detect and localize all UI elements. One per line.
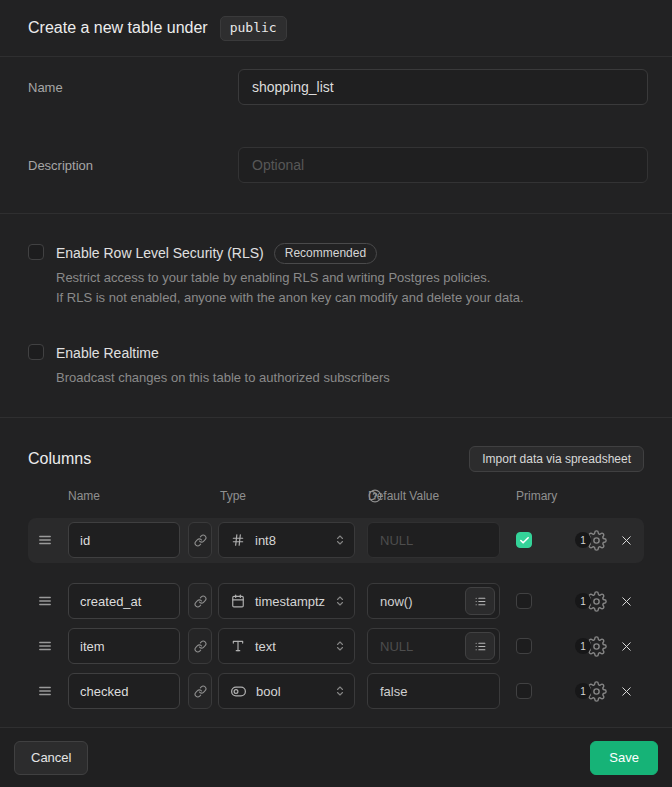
table-info-section: Name Description: [0, 57, 672, 214]
settings-count-badge: 1: [575, 683, 591, 699]
column-settings-button[interactable]: 1: [575, 636, 607, 657]
foreign-key-link-icon[interactable]: [188, 673, 212, 709]
realtime-option: Enable Realtime Broadcast changes on thi…: [28, 344, 644, 388]
primary-checkbox[interactable]: [516, 593, 532, 609]
drag-handle-icon[interactable]: [38, 533, 52, 547]
create-table-panel: Create a new table under public Name Des…: [0, 0, 672, 787]
realtime-checkbox[interactable]: [28, 344, 44, 360]
panel-header: Create a new table under public: [0, 0, 672, 57]
chevrons-up-down-icon: [334, 640, 346, 652]
remove-column-icon[interactable]: [619, 684, 634, 699]
default-suggestions-button[interactable]: [465, 632, 495, 660]
name-label: Name: [28, 80, 238, 95]
column-type-select[interactable]: timestamptz: [218, 583, 355, 619]
realtime-description: Broadcast changes on this table to autho…: [56, 368, 390, 388]
settings-count-badge: 1: [575, 532, 591, 548]
column-type-select[interactable]: int8: [218, 522, 355, 558]
column-row-item: text NULL 1: [28, 628, 644, 664]
columns-table-header: Name Type Default Value Primary: [28, 489, 644, 505]
default-suggestions-button[interactable]: [465, 587, 495, 615]
remove-column-icon[interactable]: [619, 594, 634, 609]
text-type-icon: [231, 639, 245, 653]
drag-handle-icon[interactable]: [38, 594, 52, 608]
column-row-created-at: timestamptz now() 1: [28, 583, 644, 619]
default-value-input: NULL: [367, 522, 500, 558]
column-name-input[interactable]: [68, 673, 180, 709]
foreign-key-link-icon[interactable]: [188, 583, 212, 619]
table-options-section: Enable Row Level Security (RLS) Recommen…: [0, 214, 672, 418]
default-value-input[interactable]: false: [367, 673, 500, 709]
help-circle-icon[interactable]: [368, 489, 382, 503]
column-settings-button[interactable]: 1: [575, 530, 607, 551]
foreign-key-link-icon[interactable]: [188, 628, 212, 664]
column-name-input[interactable]: [68, 583, 180, 619]
description-label: Description: [28, 158, 238, 173]
remove-column-icon[interactable]: [619, 533, 634, 548]
name-field-row: Name: [28, 69, 648, 105]
description-field-row: Description: [28, 147, 648, 183]
chevrons-up-down-icon: [334, 534, 346, 546]
table-description-input[interactable]: [238, 147, 648, 183]
primary-checkbox[interactable]: [516, 532, 532, 548]
cancel-button[interactable]: Cancel: [14, 741, 88, 775]
chevrons-up-down-icon: [334, 595, 346, 607]
rls-label: Enable Row Level Security (RLS): [56, 245, 264, 261]
table-name-input[interactable]: [238, 69, 648, 105]
rls-option: Enable Row Level Security (RLS) Recommen…: [28, 244, 644, 308]
default-value-input[interactable]: now(): [367, 583, 500, 619]
header-name: Name: [68, 489, 100, 503]
realtime-label: Enable Realtime: [56, 345, 159, 361]
column-rows-group: timestamptz now() 1: [28, 583, 644, 709]
rls-checkbox[interactable]: [28, 244, 44, 260]
column-name-input[interactable]: [68, 628, 180, 664]
column-type-select[interactable]: bool: [218, 673, 355, 709]
save-button[interactable]: Save: [590, 741, 658, 775]
hash-icon: [231, 533, 245, 547]
default-value-input[interactable]: NULL: [367, 628, 500, 664]
primary-checkbox[interactable]: [516, 638, 532, 654]
settings-count-badge: 1: [575, 638, 591, 654]
recommended-badge: Recommended: [274, 243, 377, 264]
calendar-icon: [231, 594, 245, 608]
header-primary: Primary: [516, 489, 557, 503]
column-settings-button[interactable]: 1: [575, 591, 607, 612]
column-settings-button[interactable]: 1: [575, 681, 607, 702]
column-row-checked: bool false 1: [28, 673, 644, 709]
toggle-icon: [231, 684, 246, 699]
panel-footer: Cancel Save: [0, 727, 672, 787]
column-type-select[interactable]: text: [218, 628, 355, 664]
remove-column-icon[interactable]: [619, 639, 634, 654]
foreign-key-link-icon[interactable]: [188, 522, 212, 558]
page-title: Create a new table under: [28, 19, 208, 37]
settings-count-badge: 1: [575, 593, 591, 609]
rls-description: Restrict access to your table by enablin…: [56, 268, 524, 308]
primary-key-row-group: int8 NULL 1: [28, 518, 644, 563]
header-type: Type: [220, 489, 246, 503]
schema-badge: public: [220, 16, 287, 41]
primary-checkbox[interactable]: [516, 683, 532, 699]
columns-section: Columns Import data via spreadsheet Name…: [0, 418, 672, 727]
column-name-input[interactable]: [68, 522, 180, 558]
drag-handle-icon[interactable]: [38, 639, 52, 653]
import-data-button[interactable]: Import data via spreadsheet: [469, 446, 644, 472]
columns-heading: Columns: [28, 450, 91, 468]
column-row-id: int8 NULL 1: [28, 522, 644, 558]
drag-handle-icon[interactable]: [38, 684, 52, 698]
chevrons-up-down-icon: [334, 685, 346, 697]
